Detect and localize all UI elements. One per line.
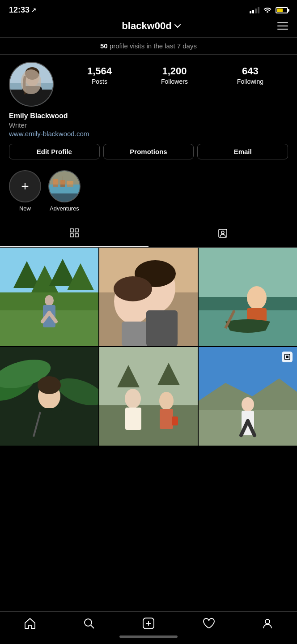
- svg-point-68: [159, 392, 174, 410]
- svg-rect-5: [22, 86, 42, 107]
- followers-count: 1,200: [162, 65, 187, 77]
- svg-line-82: [91, 625, 94, 628]
- svg-rect-70: [172, 416, 178, 425]
- svg-point-86: [265, 619, 270, 624]
- hamburger-menu[interactable]: [277, 22, 288, 30]
- home-indicator-bar: [119, 635, 178, 638]
- svg-point-81: [85, 619, 92, 626]
- status-bar: 12:33 ↗: [0, 0, 297, 18]
- svg-rect-19: [75, 234, 78, 237]
- location-icon: ↗: [31, 7, 36, 13]
- avatar-image: [10, 63, 53, 106]
- new-story-circle[interactable]: +: [9, 170, 41, 202]
- signal-icon: [250, 7, 259, 13]
- home-indicator: [0, 629, 297, 644]
- svg-point-48: [247, 286, 267, 309]
- adventures-story-label: Adventures: [50, 205, 79, 212]
- status-time: 12:33: [9, 5, 30, 15]
- stories-row: + New Adventures: [0, 167, 297, 221]
- tab-tagged[interactable]: [148, 221, 297, 247]
- grid-cell-2[interactable]: [99, 248, 198, 346]
- photo-grid: [0, 248, 297, 446]
- svg-rect-42: [146, 310, 178, 346]
- grid-cell-4[interactable]: [0, 347, 98, 446]
- wifi-icon: [263, 6, 272, 14]
- header: blackw00d: [0, 18, 297, 37]
- stats-container: 1,564 Posts 1,200 Followers 643 Followin…: [63, 62, 288, 85]
- action-buttons: Edit Profile Promotions Email: [0, 144, 297, 167]
- bio-link[interactable]: www.emily-blackwood.com: [9, 130, 288, 137]
- grid-cell-5[interactable]: [99, 347, 198, 446]
- following-label: Following: [237, 78, 263, 85]
- adventures-story-image: [49, 171, 80, 202]
- svg-rect-67: [125, 408, 141, 430]
- battery-icon: [276, 7, 288, 13]
- tagged-icon: [217, 228, 228, 240]
- grid-cell-3[interactable]: [199, 248, 297, 346]
- adventures-story-circle[interactable]: [48, 170, 81, 202]
- promotions-button[interactable]: Promotions: [103, 144, 194, 159]
- story-adventures[interactable]: Adventures: [48, 170, 81, 212]
- svg-rect-46: [199, 248, 297, 297]
- stat-following[interactable]: 643 Following: [237, 65, 263, 85]
- svg-point-40: [114, 276, 152, 301]
- svg-rect-18: [70, 234, 73, 237]
- bio-section: Emily Blackwood Writer www.emily-blackwo…: [0, 112, 297, 144]
- bio-name: Emily Blackwood: [9, 112, 288, 120]
- bio-title: Writer: [9, 121, 288, 129]
- tab-grid[interactable]: [0, 221, 148, 247]
- profile-section: 1,564 Posts 1,200 Followers 643 Followin…: [0, 55, 297, 112]
- following-count: 643: [242, 65, 259, 77]
- email-button[interactable]: Email: [197, 144, 288, 159]
- avatar: [9, 62, 54, 107]
- posts-count: 1,564: [87, 65, 112, 77]
- followers-label: Followers: [161, 78, 188, 85]
- stat-posts[interactable]: 1,564 Posts: [87, 65, 112, 85]
- svg-rect-63: [99, 347, 198, 405]
- svg-rect-16: [70, 229, 73, 232]
- grid-cell-1[interactable]: [0, 248, 98, 346]
- story-new[interactable]: + New: [9, 170, 41, 212]
- svg-rect-15: [49, 171, 81, 185]
- svg-rect-80: [286, 356, 289, 358]
- profile-visits-count: 50: [100, 42, 108, 50]
- profile-visits-text: profile visits in the last 7 days: [110, 42, 197, 50]
- plus-icon: +: [21, 179, 29, 194]
- edit-profile-button[interactable]: Edit Profile: [9, 144, 100, 159]
- posts-label: Posts: [92, 78, 107, 85]
- svg-point-66: [125, 389, 141, 408]
- svg-point-57: [38, 376, 61, 394]
- profile-visits-banner: 50 profile visits in the last 7 days: [0, 37, 297, 55]
- grid-cell-6[interactable]: [199, 347, 297, 446]
- status-icons: [250, 6, 288, 14]
- stat-followers[interactable]: 1,200 Followers: [161, 65, 188, 85]
- svg-rect-3: [10, 63, 54, 83]
- avatar-container[interactable]: [9, 62, 54, 107]
- svg-point-30: [45, 295, 54, 306]
- username-header[interactable]: blackw00d: [122, 20, 180, 32]
- svg-point-6: [25, 67, 39, 80]
- svg-point-21: [221, 231, 224, 234]
- svg-rect-69: [160, 409, 173, 429]
- grid-icon: [69, 228, 80, 240]
- username-text: blackw00d: [122, 20, 171, 32]
- tab-bar: [0, 221, 297, 248]
- svg-point-75: [242, 397, 254, 412]
- username-chevron: [174, 22, 181, 30]
- svg-rect-17: [75, 229, 78, 232]
- svg-point-4: [25, 70, 39, 86]
- new-story-label: New: [19, 205, 31, 212]
- svg-rect-62: [99, 401, 198, 446]
